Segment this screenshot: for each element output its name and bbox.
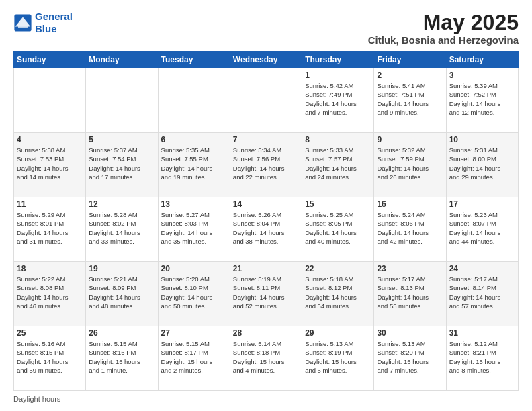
- calendar-cell: 18Sunrise: 5:22 AM Sunset: 8:08 PM Dayli…: [14, 262, 86, 326]
- day-number: 28: [233, 328, 299, 338]
- calendar-cell: 11Sunrise: 5:29 AM Sunset: 8:01 PM Dayli…: [14, 197, 86, 262]
- day-info: Sunrise: 5:15 AM Sunset: 8:16 PM Dayligh…: [89, 339, 154, 375]
- day-number: 31: [449, 328, 515, 338]
- day-number: 19: [89, 264, 154, 273]
- day-info: Sunrise: 5:37 AM Sunset: 7:54 PM Dayligh…: [89, 146, 154, 181]
- logo-blue: Blue: [35, 23, 73, 35]
- calendar-cell: [158, 68, 230, 133]
- calendar-cell: 1Sunrise: 5:42 AM Sunset: 7:49 PM Daylig…: [302, 68, 374, 133]
- calendar-body: 1Sunrise: 5:42 AM Sunset: 7:49 PM Daylig…: [14, 68, 519, 391]
- day-info: Sunrise: 5:32 AM Sunset: 7:59 PM Dayligh…: [377, 146, 443, 181]
- day-number: 14: [233, 199, 299, 209]
- calendar-cell: 15Sunrise: 5:25 AM Sunset: 8:05 PM Dayli…: [302, 197, 374, 262]
- day-number: 20: [161, 264, 227, 273]
- day-number: 24: [449, 264, 515, 273]
- day-info: Sunrise: 5:16 AM Sunset: 8:15 PM Dayligh…: [17, 339, 83, 375]
- day-number: 15: [305, 199, 371, 209]
- calendar-cell: 28Sunrise: 5:14 AM Sunset: 8:18 PM Dayli…: [230, 326, 302, 391]
- day-number: 7: [233, 135, 299, 144]
- day-info: Sunrise: 5:18 AM Sunset: 8:12 PM Dayligh…: [305, 275, 371, 310]
- day-info: Sunrise: 5:27 AM Sunset: 8:03 PM Dayligh…: [161, 210, 227, 246]
- day-info: Sunrise: 5:24 AM Sunset: 8:06 PM Dayligh…: [377, 210, 443, 246]
- logo-icon: [13, 13, 32, 32]
- logo: General Blue: [13, 11, 73, 35]
- day-number: 9: [377, 135, 443, 144]
- calendar-cell: 23Sunrise: 5:17 AM Sunset: 8:13 PM Dayli…: [374, 262, 446, 326]
- day-info: Sunrise: 5:41 AM Sunset: 7:51 PM Dayligh…: [377, 81, 443, 117]
- calendar-cell: 7Sunrise: 5:34 AM Sunset: 7:56 PM Daylig…: [230, 133, 302, 197]
- day-info: Sunrise: 5:25 AM Sunset: 8:05 PM Dayligh…: [305, 210, 371, 246]
- week-row-4: 18Sunrise: 5:22 AM Sunset: 8:08 PM Dayli…: [14, 262, 519, 326]
- calendar-cell: 25Sunrise: 5:16 AM Sunset: 8:15 PM Dayli…: [14, 326, 86, 391]
- calendar-cell: 10Sunrise: 5:31 AM Sunset: 8:00 PM Dayli…: [446, 133, 518, 197]
- logo-text: General Blue: [35, 11, 73, 35]
- day-number: 30: [377, 328, 443, 338]
- week-row-5: 25Sunrise: 5:16 AM Sunset: 8:15 PM Dayli…: [14, 326, 519, 391]
- day-number: 23: [377, 264, 443, 273]
- day-info: Sunrise: 5:38 AM Sunset: 7:53 PM Dayligh…: [17, 146, 83, 181]
- calendar-cell: 22Sunrise: 5:18 AM Sunset: 8:12 PM Dayli…: [302, 262, 374, 326]
- calendar-cell: 12Sunrise: 5:28 AM Sunset: 8:02 PM Dayli…: [86, 197, 158, 262]
- week-row-1: 1Sunrise: 5:42 AM Sunset: 7:49 PM Daylig…: [14, 68, 519, 133]
- calendar-header: SundayMondayTuesdayWednesdayThursdayFrid…: [14, 52, 519, 68]
- day-info: Sunrise: 5:42 AM Sunset: 7:49 PM Dayligh…: [305, 81, 371, 117]
- day-number: 16: [377, 199, 443, 209]
- calendar-cell: 30Sunrise: 5:13 AM Sunset: 8:20 PM Dayli…: [374, 326, 446, 391]
- calendar-cell: 6Sunrise: 5:35 AM Sunset: 7:55 PM Daylig…: [158, 133, 230, 197]
- day-info: Sunrise: 5:33 AM Sunset: 7:57 PM Dayligh…: [305, 146, 371, 181]
- day-number: 2: [377, 71, 443, 80]
- calendar-cell: 9Sunrise: 5:32 AM Sunset: 7:59 PM Daylig…: [374, 133, 446, 197]
- day-info: Sunrise: 5:35 AM Sunset: 7:55 PM Dayligh…: [161, 146, 227, 181]
- main-title: May 2025: [368, 11, 519, 34]
- day-info: Sunrise: 5:12 AM Sunset: 8:21 PM Dayligh…: [449, 339, 515, 375]
- day-number: 22: [305, 264, 371, 273]
- calendar-cell: 27Sunrise: 5:15 AM Sunset: 8:17 PM Dayli…: [158, 326, 230, 391]
- header: General Blue May 2025 Citluk, Bosnia and…: [13, 11, 519, 46]
- calendar-cell: 2Sunrise: 5:41 AM Sunset: 7:51 PM Daylig…: [374, 68, 446, 133]
- page: General Blue May 2025 Citluk, Bosnia and…: [0, 0, 532, 411]
- day-info: Sunrise: 5:20 AM Sunset: 8:10 PM Dayligh…: [161, 275, 227, 310]
- day-number: 6: [161, 135, 227, 144]
- header-row: SundayMondayTuesdayWednesdayThursdayFrid…: [14, 52, 519, 68]
- day-number: 25: [17, 328, 83, 338]
- calendar-cell: 3Sunrise: 5:39 AM Sunset: 7:52 PM Daylig…: [446, 68, 518, 133]
- day-info: Sunrise: 5:21 AM Sunset: 8:09 PM Dayligh…: [89, 275, 154, 310]
- day-info: Sunrise: 5:15 AM Sunset: 8:17 PM Dayligh…: [161, 339, 227, 375]
- day-info: Sunrise: 5:26 AM Sunset: 8:04 PM Dayligh…: [233, 210, 299, 246]
- calendar-cell: 5Sunrise: 5:37 AM Sunset: 7:54 PM Daylig…: [86, 133, 158, 197]
- day-number: 27: [161, 328, 227, 338]
- day-number: 11: [17, 199, 83, 209]
- day-info: Sunrise: 5:14 AM Sunset: 8:18 PM Dayligh…: [233, 339, 299, 375]
- header-cell-thursday: Thursday: [302, 52, 374, 68]
- svg-rect-2: [18, 26, 28, 28]
- day-info: Sunrise: 5:34 AM Sunset: 7:56 PM Dayligh…: [233, 146, 299, 181]
- calendar-cell: 26Sunrise: 5:15 AM Sunset: 8:16 PM Dayli…: [86, 326, 158, 391]
- day-info: Sunrise: 5:31 AM Sunset: 8:00 PM Dayligh…: [449, 146, 515, 181]
- title-block: May 2025 Citluk, Bosnia and Herzegovina: [368, 11, 519, 46]
- day-info: Sunrise: 5:22 AM Sunset: 8:08 PM Dayligh…: [17, 275, 83, 310]
- header-cell-sunday: Sunday: [14, 52, 86, 68]
- day-number: 5: [89, 135, 154, 144]
- header-cell-tuesday: Tuesday: [158, 52, 230, 68]
- logo-general: General: [35, 11, 73, 22]
- footer-label: Daylight hours: [13, 395, 60, 403]
- calendar-cell: 19Sunrise: 5:21 AM Sunset: 8:09 PM Dayli…: [86, 262, 158, 326]
- day-number: 18: [17, 264, 83, 273]
- calendar-cell: 20Sunrise: 5:20 AM Sunset: 8:10 PM Dayli…: [158, 262, 230, 326]
- day-info: Sunrise: 5:19 AM Sunset: 8:11 PM Dayligh…: [233, 275, 299, 310]
- day-number: 21: [233, 264, 299, 273]
- day-info: Sunrise: 5:13 AM Sunset: 8:20 PM Dayligh…: [377, 339, 443, 375]
- day-info: Sunrise: 5:17 AM Sunset: 8:14 PM Dayligh…: [449, 275, 515, 310]
- day-number: 3: [449, 71, 515, 80]
- calendar-cell: 31Sunrise: 5:12 AM Sunset: 8:21 PM Dayli…: [446, 326, 518, 391]
- header-cell-saturday: Saturday: [446, 52, 518, 68]
- header-cell-wednesday: Wednesday: [230, 52, 302, 68]
- day-info: Sunrise: 5:28 AM Sunset: 8:02 PM Dayligh…: [89, 210, 154, 246]
- calendar-cell: 21Sunrise: 5:19 AM Sunset: 8:11 PM Dayli…: [230, 262, 302, 326]
- calendar-cell: 14Sunrise: 5:26 AM Sunset: 8:04 PM Dayli…: [230, 197, 302, 262]
- day-number: 12: [89, 199, 154, 209]
- day-info: Sunrise: 5:39 AM Sunset: 7:52 PM Dayligh…: [449, 81, 515, 117]
- calendar-cell: 4Sunrise: 5:38 AM Sunset: 7:53 PM Daylig…: [14, 133, 86, 197]
- calendar-cell: 17Sunrise: 5:23 AM Sunset: 8:07 PM Dayli…: [446, 197, 518, 262]
- calendar-cell: 16Sunrise: 5:24 AM Sunset: 8:06 PM Dayli…: [374, 197, 446, 262]
